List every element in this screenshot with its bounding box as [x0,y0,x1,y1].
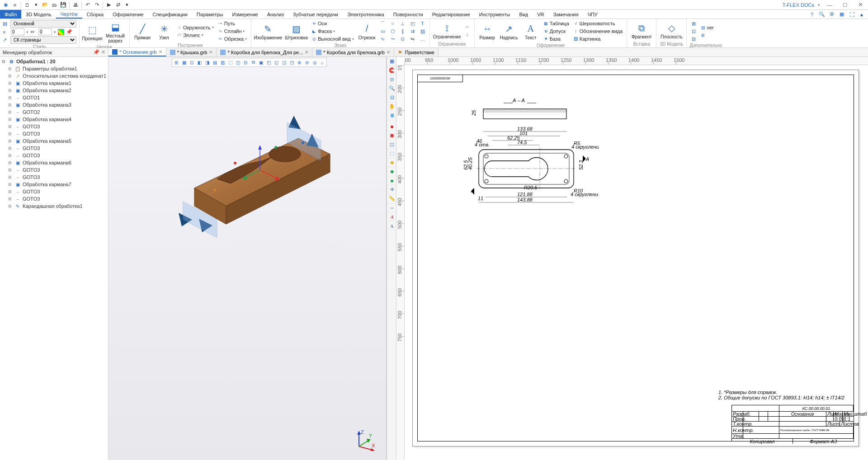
close-button[interactable]: ✕ [854,1,866,9]
tab-cnc[interactable]: ЧПУ [583,10,602,19]
tangent-icon[interactable]: ⊙ [399,35,407,42]
minimize-button[interactable]: — [824,1,835,9]
rt-cube-icon[interactable]: ■ [387,122,397,131]
redo-icon[interactable]: ↷ [93,1,101,9]
tree-item[interactable]: ⊞→GOTO2 [7,108,107,116]
roughness-button[interactable]: √Шероховатость [572,20,624,27]
axes-button[interactable]: ✛Оси [311,20,355,27]
menu-icon[interactable]: ≡ [11,1,19,9]
doctab-2[interactable]: * Коробка для брелока_Для ре...✕ [217,48,312,56]
expander-icon[interactable]: ⊞ [8,153,13,158]
vt-9[interactable]: ◫ [234,59,241,66]
text-button[interactable]: AТекст [521,22,541,41]
tab-electro[interactable]: Электротехника [343,10,389,19]
tree-root[interactable]: ⊟ ⚙ Обработка1 : 20 [1,58,107,65]
layout-icon[interactable]: ▦ [837,10,846,19]
rt-target-icon[interactable]: ◎ [387,75,397,84]
save-icon[interactable]: 💾 [59,1,67,9]
rt-cube5-icon[interactable]: ◆ [387,158,397,167]
line-button[interactable]: ╱Прямая [132,22,152,41]
vt-17[interactable]: ⊕ [296,59,303,66]
close-icon[interactable]: ✕ [159,49,162,54]
help-icon[interactable]: ? [807,10,816,19]
tab-assembly[interactable]: Сборка [82,10,108,19]
tree-item[interactable]: ⊞→GOTO3 [7,130,107,137]
circle-button[interactable]: ○Окружность▾ [176,24,215,31]
tab-tools[interactable]: Инструменты [475,10,515,19]
tree-item[interactable]: ⊞▣Обработка кармана7 [7,181,107,188]
constraint-button[interactable]: ⟟Ограничение [433,21,462,40]
tolerance-button[interactable]: ⊕Допуск [542,28,571,35]
color-swatch[interactable] [58,29,64,35]
spline2-icon[interactable]: ⤳ [389,35,397,42]
tab-gears[interactable]: Зубчатые передачи [288,10,343,19]
close-icon[interactable]: ✕ [305,50,308,55]
tree-item[interactable]: ⊞▣Обработка кармана4 [7,116,107,123]
tab-3d-model[interactable]: 3D Модель [21,10,56,19]
hatch-style-icon[interactable]: ▤ [3,21,9,27]
doctab-1[interactable]: * Крышка.grb✕ [166,48,217,56]
expander-icon[interactable]: ⊞ [8,189,13,194]
tree-item[interactable]: ⊞→GOTO3 [7,188,107,195]
tree-item[interactable]: ⊞→GOTO3 [7,145,107,152]
expander-icon[interactable]: ⊞ [8,81,13,85]
doctab-4[interactable]: ⚑Приветствие [394,48,439,56]
poly-icon[interactable]: ⬠ [389,28,397,35]
note-button[interactable]: ↗Надпись [499,22,519,41]
print-icon[interactable]: 🖶 [71,1,80,9]
expander-icon[interactable]: ⊞ [8,168,13,172]
curve-icon[interactable]: ∿ [379,35,387,42]
open2-icon[interactable]: 🗁 [50,1,58,9]
new-dropdown-icon[interactable]: ▾ [32,1,40,9]
rt-cube2-icon[interactable]: ▣ [387,131,397,140]
mirror-icon[interactable]: ⇋ [409,35,417,42]
callout-button[interactable]: ◎Выносной вид▾ [311,35,355,42]
tree-item[interactable]: ⊞→GOTO1 [7,94,107,101]
rt-cube4-icon[interactable]: ⬚ [387,149,397,158]
run-icon[interactable]: ▶ [105,1,113,9]
2d-viewport[interactable]: 9009501000105011001150120012501300135014… [396,57,868,460]
rt-grid-icon[interactable]: ▦ [387,57,397,66]
hatch-button[interactable]: ▨Штриховка [284,22,309,41]
lineweight-input[interactable] [11,28,24,35]
tab-measure[interactable]: Измерение [228,10,263,19]
rt-ruler-icon[interactable]: 📏 [387,194,397,203]
offset-icon[interactable]: ⇉ [409,28,417,35]
picture-button[interactable]: 🖼Картинка [572,35,624,42]
extra2-icon[interactable]: ⊡ [689,28,698,35]
tab-vr[interactable]: VR [533,10,548,19]
vt-6[interactable]: ▤ [211,59,218,66]
cs-select[interactable]: СК страницы [10,36,76,44]
expand-icon[interactable]: ⛶ [847,10,856,19]
tflex-docs-badge[interactable]: T-FLEX DOCs [783,2,814,8]
tree-item[interactable]: ⊞→GOTO3 [7,174,107,181]
expander-icon[interactable]: ⊞ [8,131,13,136]
style-main-select[interactable]: Основной [10,20,76,28]
expander-icon[interactable]: ⊞ [8,160,13,165]
expander-icon[interactable]: ⊞ [8,66,13,71]
close-icon[interactable]: ✕ [387,50,390,55]
rt-text-a2-icon[interactable]: A [387,221,397,230]
3d-viewport[interactable]: ⊞▦ ⊡◧ ◨▤ ▥⬚ ◫⊟ ⧉▣ ◰◱ ◲◳ ⊕⊖ ◎⌂ [108,57,387,460]
expander-icon[interactable]: ⊞ [8,197,13,201]
expander-icon[interactable]: ⊞ [8,103,13,107]
vt-1[interactable]: ⊞ [173,59,180,66]
arc-icon[interactable]: ⌒ [379,20,387,27]
local-cut-button[interactable]: ⬓Местный разрез [104,20,127,44]
parallel-icon[interactable]: ∥ [399,28,407,35]
rt-layers-icon[interactable]: ≣ [387,111,397,120]
spline-button[interactable]: ∿Сплайн▾ [217,28,248,35]
expander-icon[interactable]: ⊞ [8,95,13,100]
extra-icon[interactable]: … [419,35,427,42]
vt-18[interactable]: ⊖ [303,59,311,66]
base-button[interactable]: ▼База [542,35,571,42]
rt-text-a-icon[interactable]: A [387,212,397,221]
close-icon[interactable]: ✕ [209,50,212,55]
segment-button[interactable]: /Отрезок [357,22,377,41]
panel-close-icon[interactable]: ✕ [101,49,105,55]
collapse-ribbon-icon[interactable]: ▲ [857,10,866,19]
vt-2[interactable]: ▦ [180,59,188,66]
tree-item[interactable]: ⊞▣Обработка кармана1 [7,80,107,87]
vt-19[interactable]: ◎ [311,59,318,66]
settings-icon[interactable]: ⚙ [827,10,836,19]
